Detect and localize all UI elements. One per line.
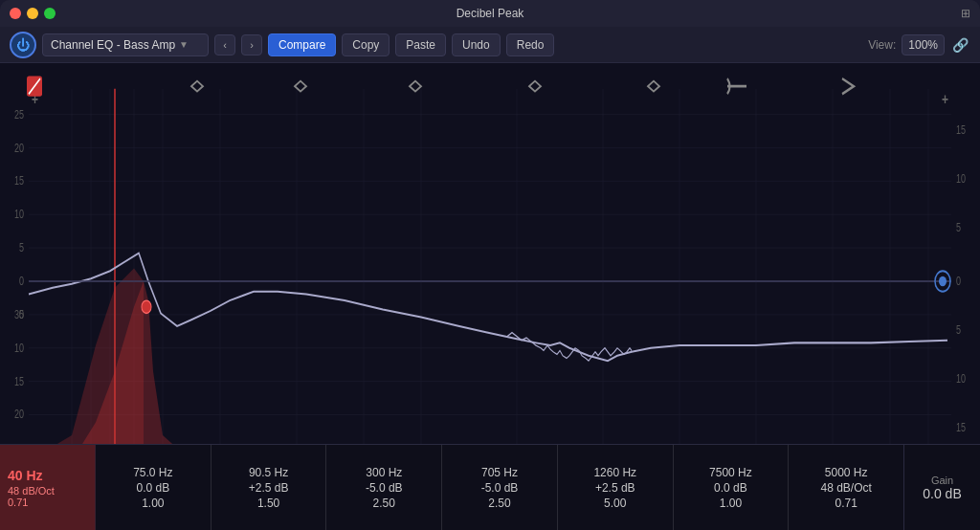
svg-text:20: 20 [14, 141, 24, 154]
eq-visualization[interactable]: 30 40 50 60 80 100 200 300 400 500 800 1… [0, 63, 980, 499]
traffic-lights [10, 8, 56, 19]
param7-gain: 48 dB/Oct [820, 481, 871, 495]
svg-text:5: 5 [19, 308, 24, 321]
param6-gain: 0.0 dB [714, 481, 747, 495]
bottom-panel: 40 Hz 48 dB/Oct 0.71 75.0 Hz 0.0 dB 1.00… [0, 444, 980, 530]
svg-point-79 [142, 300, 151, 313]
view-label: View: [868, 38, 896, 52]
undo-button[interactable]: Undo [452, 33, 501, 56]
svg-text:+: + [942, 90, 948, 107]
svg-text:15: 15 [956, 421, 966, 434]
toolbar: ⏻ Channel EQ - Bass Amp ▼ ‹ › Compare Co… [0, 27, 980, 63]
param5-freq: 1260 Hz [593, 466, 636, 479]
band-gain-display: 48 dB/Oct [8, 485, 87, 497]
param4-gain: -5.0 dB [481, 481, 519, 495]
close-button[interactable] [10, 8, 21, 19]
main-window: Decibel Peak ⊞ ⏻ Channel EQ - Bass Amp ▼… [0, 0, 980, 530]
copy-button[interactable]: Copy [342, 33, 390, 56]
param1-q: 1.00 [142, 497, 164, 510]
link-icon[interactable]: 🔗 [950, 35, 970, 55]
svg-text:5: 5 [956, 220, 961, 233]
svg-text:10: 10 [956, 372, 966, 386]
svg-text:10: 10 [956, 171, 966, 185]
param3-gain: -5.0 dB [366, 481, 403, 495]
paste-button[interactable]: Paste [395, 33, 446, 56]
next-button[interactable]: › [241, 34, 262, 55]
expand-icon[interactable]: ⊞ [961, 7, 970, 20]
compare-button[interactable]: Compare [268, 33, 336, 56]
title-bar: Decibel Peak ⊞ [0, 0, 980, 27]
dropdown-arrow-icon: ▼ [179, 39, 189, 50]
eq-area[interactable]: 30 40 50 60 80 100 200 300 400 500 800 1… [0, 63, 980, 499]
gain-value: 0.0 dB [923, 486, 961, 501]
gain-label: Gain [931, 475, 953, 486]
redo-button[interactable]: Redo [506, 33, 555, 56]
svg-text:20: 20 [14, 408, 24, 421]
minimize-button[interactable] [27, 8, 38, 19]
param2-gain: +2.5 dB [249, 481, 289, 495]
param7-freq: 5000 Hz [825, 466, 868, 479]
param6-freq: 7500 Hz [709, 466, 752, 479]
svg-text:5: 5 [19, 241, 24, 254]
param4-q: 2.50 [488, 497, 510, 510]
view-section: View: 100% 🔗 [868, 34, 970, 55]
band-param-6[interactable]: 7500 Hz 0.0 dB 1.00 [674, 445, 790, 530]
maximize-button[interactable] [44, 8, 56, 19]
param2-freq: 90.5 Hz [249, 466, 288, 479]
band-param-2[interactable]: 90.5 Hz +2.5 dB 1.50 [212, 445, 327, 530]
band-freq-display: 40 Hz [8, 467, 87, 484]
param5-gain: +2.5 dB [595, 481, 635, 495]
param1-gain: 0.0 dB [137, 481, 170, 495]
band-param-5[interactable]: 1260 Hz +2.5 dB 5.00 [558, 445, 674, 530]
param7-q: 0.71 [835, 497, 857, 510]
band-param-3[interactable]: 300 Hz -5.0 dB 2.50 [326, 445, 442, 530]
gain-readout: Gain 0.0 dB [903, 445, 980, 530]
active-band-info[interactable]: 40 Hz 48 dB/Oct 0.71 [0, 445, 96, 530]
param1-freq: 75.0 Hz [133, 466, 172, 479]
window-title: Decibel Peak [457, 7, 524, 20]
param4-freq: 705 Hz [481, 466, 518, 479]
band-param-4[interactable]: 705 Hz -5.0 dB 2.50 [442, 445, 558, 530]
param3-q: 2.50 [373, 497, 395, 510]
svg-text:10: 10 [14, 208, 24, 221]
param5-q: 5.00 [604, 497, 626, 510]
prev-button[interactable]: ‹ [214, 34, 235, 55]
band-param-1[interactable]: 75.0 Hz 0.0 dB 1.00 [96, 445, 212, 530]
svg-text:25: 25 [14, 107, 24, 121]
param6-q: 1.00 [720, 497, 742, 510]
power-button[interactable]: ⏻ [10, 32, 36, 58]
band-param-7[interactable]: 5000 Hz 48 dB/Oct 0.71 [789, 445, 903, 530]
svg-text:15: 15 [956, 122, 966, 136]
svg-text:5: 5 [956, 323, 961, 337]
svg-text:10: 10 [14, 341, 24, 354]
svg-text:0: 0 [956, 275, 961, 288]
param3-freq: 300 Hz [366, 466, 402, 479]
view-value[interactable]: 100% [902, 34, 945, 55]
band-params-area: 75.0 Hz 0.0 dB 1.00 90.5 Hz +2.5 dB 1.50… [96, 445, 903, 530]
preset-label: Channel EQ - Bass Amp [51, 38, 175, 52]
param2-q: 1.50 [257, 497, 279, 510]
preset-dropdown[interactable]: Channel EQ - Bass Amp ▼ [42, 33, 209, 56]
svg-text:15: 15 [14, 174, 24, 188]
svg-text:15: 15 [14, 374, 24, 387]
svg-text:0: 0 [19, 275, 24, 288]
svg-point-81 [939, 276, 947, 287]
band-q-display: 0.71 [8, 497, 87, 508]
